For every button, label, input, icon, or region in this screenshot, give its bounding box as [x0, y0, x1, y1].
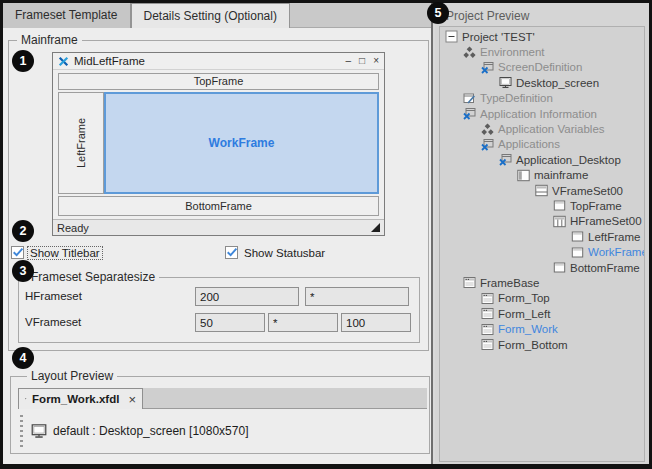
tree-item-application-desktop[interactable]: Application_Desktop: [440, 152, 644, 167]
minus-box-icon: [445, 30, 458, 43]
frame-icon: [553, 261, 566, 274]
layout-screen-label: default : Desktop_screen [1080x570]: [53, 424, 248, 438]
tree-item-framebase[interactable]: FrameBase: [440, 275, 644, 290]
maximize-button[interactable]: □: [359, 56, 365, 66]
checkbox-show-titlebar[interactable]: Show Titlebar: [11, 245, 102, 260]
vframeset-field[interactable]: [268, 313, 338, 332]
left-frame[interactable]: LeftFrame: [58, 92, 104, 194]
tree-item-label: BottomFrame: [570, 262, 640, 274]
checkbox-show-statusbar[interactable]: Show Statusbar: [225, 245, 327, 260]
tree-item-label: Project 'TEST': [462, 31, 535, 43]
monitor-icon: [499, 76, 512, 89]
frame-icon: [571, 246, 584, 259]
work-frame[interactable]: WorkFrame: [104, 92, 379, 194]
minimize-button[interactable]: –: [346, 56, 352, 66]
preview-window-controls: –□×: [338, 56, 379, 66]
tree-item-mainframe[interactable]: mainframe: [440, 168, 644, 183]
checkbox-box[interactable]: [225, 246, 238, 259]
step-badge-4: 4: [12, 347, 34, 369]
vframeset-icon: [535, 184, 548, 197]
resize-grip-icon[interactable]: [371, 223, 380, 232]
tree-item-leftframe[interactable]: LeftFrame: [440, 229, 644, 244]
x-window-icon: [463, 107, 476, 120]
tree-item-vframeset00[interactable]: VFrameSet00: [440, 183, 644, 198]
hframeset-label: HFrameset: [25, 290, 82, 302]
checkbox-box[interactable]: [11, 246, 24, 259]
tree-item-typedefinition[interactable]: TypeDefinition: [440, 91, 644, 106]
frameset-preview-window: MidLeftFrame –□× TopFrame LeftFrame Work…: [52, 52, 385, 236]
project-preview-panel: Project Preview Project 'TEST'Environmen…: [435, 3, 649, 464]
layout-tab-label: Form_Work.xfdl: [32, 393, 119, 405]
tree-item-project-test[interactable]: Project 'TEST': [440, 29, 644, 44]
tree-item-desktop-screen[interactable]: Desktop_screen: [440, 75, 644, 90]
form-icon: [481, 307, 494, 320]
tree-item-screendefinition[interactable]: ScreenDefinition: [440, 60, 644, 75]
close-tab-icon[interactable]: ×: [128, 393, 136, 406]
tree-item-applications[interactable]: Applications: [440, 137, 644, 152]
vframeset-field[interactable]: [341, 313, 411, 332]
form-icon: [481, 292, 494, 305]
mainframe-group-label: Mainframe: [17, 33, 82, 47]
layout-preview-group: Layout Preview Form_Work.xfdl × default …: [10, 376, 430, 454]
details-setting-panel: Frameset TemplateDetails Setting (Option…: [3, 3, 431, 464]
drag-handle[interactable]: [20, 415, 23, 447]
preview-statusbar: Ready: [53, 219, 384, 235]
typedef-icon: [463, 92, 476, 105]
vframeset-field[interactable]: [195, 313, 265, 332]
tree-item-label: TypeDefinition: [480, 92, 553, 104]
frameset-size-row: VFrameset: [19, 313, 419, 332]
close-button[interactable]: ×: [373, 56, 379, 66]
tree-item-label: Form_Bottom: [498, 339, 568, 351]
tree-item-bottomframe[interactable]: BottomFrame: [440, 260, 644, 275]
preview-window-title: MidLeftFrame: [74, 55, 145, 67]
tree-item-topframe[interactable]: TopFrame: [440, 198, 644, 213]
x-window-icon: [499, 153, 512, 166]
tree-item-label: VFrameSet00: [552, 185, 623, 197]
frameset-separatesize-label: Frameset Separatesize: [27, 270, 159, 284]
top-frame[interactable]: TopFrame: [58, 73, 379, 90]
x-window-icon: [481, 61, 494, 74]
tree-item-label: FrameBase: [480, 277, 539, 289]
tree-item-label: Desktop_screen: [516, 77, 599, 89]
tree-item-form-left[interactable]: Form_Left: [440, 306, 644, 321]
vframeset-label: VFrameset: [25, 316, 81, 328]
tree-item-application-variables[interactable]: Application Variables: [440, 121, 644, 136]
hframeset-icon: [553, 215, 566, 228]
frameset-size-row: HFrameset: [19, 287, 419, 306]
tree-item-form-work[interactable]: Form_Work: [440, 321, 644, 336]
step-badge-2: 2: [12, 220, 34, 242]
hframeset-field[interactable]: [305, 287, 409, 306]
tree-item-label: Application Variables: [498, 123, 605, 135]
tree-item-form-bottom[interactable]: Form_Bottom: [440, 337, 644, 352]
checkbox-label: Show Statusbar: [242, 247, 327, 259]
tree-item-application-information[interactable]: Application Information: [440, 106, 644, 121]
tree-item-label: Environment: [480, 46, 545, 58]
checkbox-label: Show Titlebar: [28, 247, 102, 259]
project-wizard-window: Frameset TemplateDetails Setting (Option…: [0, 0, 652, 469]
tree-item-hframeset00[interactable]: HFrameSet00: [440, 214, 644, 229]
tab-frameset-template[interactable]: Frameset Template: [3, 3, 131, 28]
tree-item-label: Application Information: [480, 108, 597, 120]
tree-item-form-top[interactable]: Form_Top: [440, 291, 644, 306]
monitor-icon: [31, 423, 47, 439]
tree-item-label: Application_Desktop: [516, 154, 621, 166]
tree-item-label: HFrameSet00: [570, 215, 642, 227]
tab-details-setting-optional[interactable]: Details Setting (Optional): [131, 3, 290, 28]
preview-titlebar[interactable]: MidLeftFrame –□×: [53, 53, 384, 70]
tab-form-work-xfdl[interactable]: Form_Work.xfdl ×: [18, 388, 143, 409]
step-badge-5: 5: [427, 2, 449, 24]
tree-item-label: LeftFrame: [588, 231, 640, 243]
app-x-logo-icon: [58, 56, 69, 67]
hframeset-field[interactable]: [195, 287, 299, 306]
tree-item-label: mainframe: [534, 169, 588, 181]
layout-tab-strip: Form_Work.xfdl ×: [18, 388, 427, 409]
tree-item-workframe[interactable]: WorkFrame: [440, 244, 644, 259]
tree-item-environment[interactable]: Environment: [440, 44, 644, 59]
left-frame-label: LeftFrame: [75, 118, 87, 168]
status-text: Ready: [57, 222, 89, 234]
frameset-separatesize-group: Frameset Separatesize HFramesetVFrameset: [18, 277, 420, 343]
bottom-frame[interactable]: BottomFrame: [58, 196, 379, 216]
project-tree: Project 'TEST'EnvironmentScreenDefinitio…: [439, 26, 645, 462]
layout-screen-item[interactable]: default : Desktop_screen [1080x570]: [20, 414, 248, 448]
cluster-icon: [463, 46, 476, 59]
